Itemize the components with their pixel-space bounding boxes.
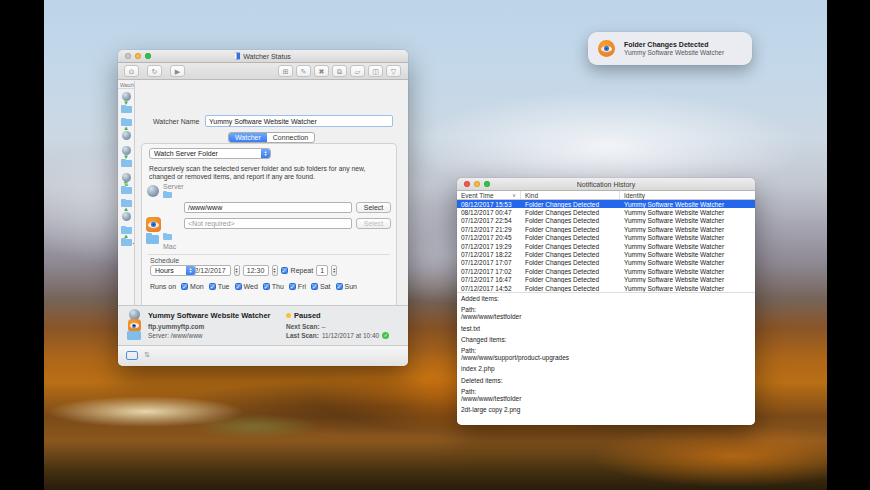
edit-button[interactable]: ✎ bbox=[296, 65, 311, 77]
day-checkbox[interactable]: ✓ bbox=[311, 283, 318, 290]
app-document-icon bbox=[235, 53, 240, 60]
day-toggle-sun: ✓Sun bbox=[336, 283, 357, 290]
history-table: 08/12/2017 15:53Folder Changes DetectedY… bbox=[457, 200, 755, 292]
event-time-cell: 08/12/2017 15:53 bbox=[457, 201, 521, 208]
date-stepper[interactable]: ▲▼ bbox=[234, 265, 240, 276]
table-row[interactable]: 07/12/2017 21:29Folder Changes DetectedY… bbox=[457, 225, 755, 233]
tab-watcher[interactable]: Watcher bbox=[229, 133, 267, 142]
day-checkbox[interactable]: ✓ bbox=[263, 283, 270, 290]
sidebar-watcher-item[interactable]: ▼ bbox=[120, 146, 133, 167]
notification-banner[interactable]: Folder Changes Detected Yummy Software W… bbox=[588, 32, 752, 65]
day-toggle-tue: ✓Tue bbox=[209, 283, 230, 290]
status-state: Paused bbox=[286, 311, 321, 320]
table-row[interactable]: 08/12/2017 00:47Folder Changes DetectedY… bbox=[457, 208, 755, 216]
delete-button[interactable]: ✖ bbox=[314, 65, 329, 77]
detail-line: Path: bbox=[461, 306, 755, 313]
reveal-folder-button[interactable]: ▱ bbox=[350, 65, 365, 77]
watcher-name-label: Watcher Name bbox=[153, 118, 199, 125]
day-label: Sat bbox=[320, 283, 331, 290]
identity-cell: Yummy Software Website Watcher bbox=[620, 234, 755, 241]
time-stepper[interactable]: ▲▼ bbox=[272, 265, 278, 276]
start-time-field[interactable]: 12:30 bbox=[243, 265, 269, 276]
detail-line: Path: bbox=[461, 347, 755, 354]
column-header-identity[interactable]: Identity bbox=[620, 191, 755, 199]
sort-descending-icon: ∨ bbox=[512, 192, 516, 198]
notification-subtitle: Yummy Software Website Watcher bbox=[624, 49, 724, 57]
watcher-name-input[interactable]: Yummy Software Website Watcher bbox=[205, 115, 393, 127]
watcher-window-titlebar[interactable]: Watcher Status bbox=[118, 50, 408, 63]
repeat-unit-value: Hours bbox=[151, 267, 186, 274]
event-time-cell: 07/12/2017 20:45 bbox=[457, 234, 521, 241]
day-checkbox[interactable]: ✓ bbox=[336, 283, 343, 290]
play-button[interactable]: ▶ bbox=[170, 65, 185, 77]
server-path-input[interactable]: /www/www bbox=[184, 202, 352, 213]
new-watcher-button[interactable]: ⊞ bbox=[278, 65, 293, 77]
event-time-cell: 08/12/2017 00:47 bbox=[457, 209, 521, 216]
table-row[interactable]: 08/12/2017 15:53Folder Changes DetectedY… bbox=[457, 200, 755, 208]
day-checkboxes: ✓Mon✓Tue✓Wed✓Thu✓Fri✓Sat✓Sun bbox=[181, 283, 357, 290]
select-server-path-button[interactable]: Select bbox=[356, 202, 391, 213]
day-checkbox[interactable]: ✓ bbox=[235, 283, 242, 290]
chevron-up-down-icon: ▲▼ bbox=[186, 266, 195, 275]
folder-icon bbox=[121, 239, 132, 246]
detail-line: Added items: bbox=[461, 295, 755, 302]
day-checkbox[interactable]: ✓ bbox=[181, 283, 188, 290]
event-time-cell: 07/12/2017 16:47 bbox=[457, 276, 521, 283]
repeat-unit-dropdown[interactable]: Hours ▲▼ bbox=[150, 265, 196, 276]
next-scan: Next Scan: -- bbox=[286, 323, 326, 330]
table-row[interactable]: 07/12/2017 18:22Folder Changes DetectedY… bbox=[457, 250, 755, 258]
kind-cell: Folder Changes Detected bbox=[521, 276, 620, 283]
table-row[interactable]: 07/12/2017 20:45Folder Changes DetectedY… bbox=[457, 234, 755, 242]
day-checkbox[interactable]: ✓ bbox=[289, 283, 296, 290]
folder-icon bbox=[121, 200, 132, 207]
table-row[interactable]: 07/12/2017 17:07Folder Changes DetectedY… bbox=[457, 259, 755, 267]
watchers-sidebar[interactable]: Watch ▼▲▼⇅▲▲+ bbox=[118, 81, 135, 305]
day-toggle-sat: ✓Sat bbox=[311, 283, 331, 290]
sidebar-watcher-item[interactable]: ⇅ bbox=[120, 173, 133, 194]
filter-button[interactable]: ▽ bbox=[386, 65, 401, 77]
local-path-input[interactable]: <Not required> bbox=[184, 218, 352, 229]
watcher-status-window: Watcher Status ⊙↻▶ ⊞✎✖⧉▱◫▽ Watch ▼▲▼⇅▲▲+… bbox=[118, 50, 408, 366]
window-title: Watcher Status bbox=[118, 53, 408, 60]
globe-icon bbox=[122, 212, 131, 221]
sidebar-watcher-item[interactable]: ▲ bbox=[120, 119, 133, 140]
folder-icon bbox=[121, 160, 132, 167]
sidebar-watcher-item[interactable]: ▼ bbox=[120, 92, 133, 113]
day-toggle-wed: ✓Wed bbox=[235, 283, 258, 290]
column-header-event-time[interactable]: Event Time ∨ bbox=[457, 191, 521, 199]
watcher-status-summary[interactable]: Yummy Software Website Watcher ftp.yummy… bbox=[118, 305, 408, 345]
log-button[interactable]: ◫ bbox=[368, 65, 383, 77]
show-browser-icon[interactable] bbox=[126, 351, 138, 360]
sort-toggle-icon[interactable]: ⇅ bbox=[144, 351, 150, 359]
history-window-titlebar[interactable]: Notification History bbox=[457, 178, 755, 191]
new-document-icon: ⊞ bbox=[283, 68, 289, 75]
detail-line: Path: bbox=[461, 388, 755, 395]
refresh-button[interactable]: ↻ bbox=[147, 65, 162, 77]
sidebar-watcher-item[interactable]: ▲+ bbox=[120, 227, 133, 246]
kind-cell: Folder Changes Detected bbox=[521, 251, 620, 258]
identity-cell: Yummy Software Website Watcher bbox=[620, 259, 755, 266]
mac-mini-folder-icon bbox=[163, 234, 172, 240]
day-checkbox[interactable]: ✓ bbox=[209, 283, 216, 290]
sidebar-watcher-item[interactable]: ▲ bbox=[120, 200, 133, 221]
play-icon: ▶ bbox=[175, 68, 180, 75]
repeat-stepper[interactable]: ▲▼ bbox=[331, 265, 337, 276]
repeat-count-field[interactable]: 1 bbox=[316, 265, 328, 276]
table-row[interactable]: 07/12/2017 17:02Folder Changes DetectedY… bbox=[457, 267, 755, 275]
column-header-kind[interactable]: Kind bbox=[521, 191, 620, 199]
day-label: Sun bbox=[345, 283, 357, 290]
select-local-path-button[interactable]: Select bbox=[356, 218, 391, 229]
event-time-cell: 07/12/2017 19:29 bbox=[457, 243, 521, 250]
repeat-checkbox[interactable]: ✓ bbox=[281, 267, 288, 274]
identity-cell: Yummy Software Website Watcher bbox=[620, 201, 755, 208]
watch-type-dropdown[interactable]: Watch Server Folder ▲▼ bbox=[149, 148, 271, 159]
power-button[interactable]: ⊙ bbox=[124, 65, 139, 77]
table-row[interactable]: 07/12/2017 19:29Folder Changes DetectedY… bbox=[457, 242, 755, 250]
table-row[interactable]: 07/12/2017 22:54Folder Changes DetectedY… bbox=[457, 217, 755, 225]
table-row[interactable]: 07/12/2017 16:47Folder Changes DetectedY… bbox=[457, 276, 755, 284]
history-detail-pane[interactable]: Added items:Path:/www/www/testfoldertest… bbox=[457, 292, 755, 425]
tab-connection[interactable]: Connection bbox=[267, 133, 314, 142]
identity-cell: Yummy Software Website Watcher bbox=[620, 268, 755, 275]
duplicate-button[interactable]: ⧉ bbox=[332, 65, 347, 77]
detail-line: /www/www/testfolder bbox=[461, 313, 755, 320]
